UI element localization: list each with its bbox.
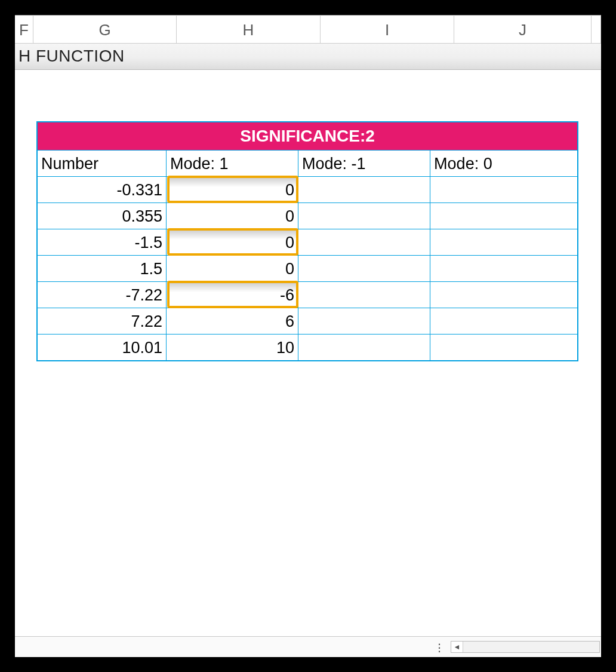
cell-mode-neg1[interactable] bbox=[298, 176, 430, 202]
cell-number[interactable]: 10.01 bbox=[38, 334, 167, 360]
col-header-mode0[interactable]: Mode: 0 bbox=[430, 150, 577, 176]
table-row: -1.5 0 bbox=[38, 229, 577, 255]
split-handle-icon[interactable]: ··· bbox=[435, 642, 443, 652]
cell-mode1[interactable]: 0 bbox=[167, 255, 298, 281]
cell-mode1[interactable]: 0 bbox=[167, 229, 298, 255]
cell-mode0[interactable] bbox=[430, 255, 577, 281]
column-header-I[interactable]: I bbox=[321, 15, 454, 44]
column-header-J[interactable]: J bbox=[454, 15, 592, 44]
column-header-F[interactable]: F bbox=[15, 15, 33, 44]
significance-table: SIGNIFICANCE:2 Number Mode: 1 Mode: -1 M… bbox=[36, 121, 578, 361]
cell-number[interactable]: -1.5 bbox=[38, 229, 167, 255]
cell-number[interactable]: 0.355 bbox=[38, 202, 167, 229]
column-header-G[interactable]: G bbox=[33, 15, 177, 44]
cell-mode-neg1[interactable] bbox=[298, 255, 430, 281]
col-header-mode1[interactable]: Mode: 1 bbox=[167, 150, 298, 176]
col-header-number[interactable]: Number bbox=[38, 150, 167, 176]
horizontal-scrollbar[interactable]: ◄ bbox=[451, 641, 600, 653]
cell-mode0[interactable] bbox=[430, 202, 577, 229]
cell-mode-neg1[interactable] bbox=[298, 281, 430, 308]
cell-mode0[interactable] bbox=[430, 308, 577, 334]
scroll-left-arrow-icon[interactable]: ◄ bbox=[451, 642, 463, 652]
column-header-row: F G H I J bbox=[15, 15, 601, 44]
cell-mode1[interactable]: 0 bbox=[167, 202, 298, 229]
section-title: H FUNCTION bbox=[15, 44, 601, 70]
cell-number[interactable]: 7.22 bbox=[38, 308, 167, 334]
spreadsheet-viewport: F G H I J H FUNCTION SIGNIFICANCE:2 Numb… bbox=[15, 15, 601, 657]
col-header-mode-neg1[interactable]: Mode: -1 bbox=[298, 150, 430, 176]
cell-mode-neg1[interactable] bbox=[298, 334, 430, 360]
cell-mode0[interactable] bbox=[430, 229, 577, 255]
cell-number[interactable]: -7.22 bbox=[38, 281, 167, 308]
cell-mode0[interactable] bbox=[430, 334, 577, 360]
column-header-edge bbox=[592, 15, 601, 44]
table-row: 7.22 6 bbox=[38, 308, 577, 334]
cell-mode0[interactable] bbox=[430, 281, 577, 308]
cell-mode0[interactable] bbox=[430, 176, 577, 202]
table-row: 10.01 10 bbox=[38, 334, 577, 360]
status-bar: ··· ◄ bbox=[15, 636, 601, 657]
cell-number[interactable]: -0.331 bbox=[38, 176, 167, 202]
table-title: SIGNIFICANCE:2 bbox=[38, 122, 577, 150]
table-row: 1.5 0 bbox=[38, 255, 577, 281]
column-header-H[interactable]: H bbox=[177, 15, 321, 44]
table-header-row: Number Mode: 1 Mode: -1 Mode: 0 bbox=[38, 150, 577, 176]
table-row: -0.331 0 bbox=[38, 176, 577, 202]
table-row: 0.355 0 bbox=[38, 202, 577, 229]
cell-mode-neg1[interactable] bbox=[298, 308, 430, 334]
table-row: -7.22 -6 bbox=[38, 281, 577, 308]
cell-mode1[interactable]: 0 bbox=[167, 176, 298, 202]
cell-mode-neg1[interactable] bbox=[298, 202, 430, 229]
cell-number[interactable]: 1.5 bbox=[38, 255, 167, 281]
cell-mode1[interactable]: -6 bbox=[167, 281, 298, 308]
cell-mode1[interactable]: 6 bbox=[167, 308, 298, 334]
sheet-body[interactable]: SIGNIFICANCE:2 Number Mode: 1 Mode: -1 M… bbox=[15, 70, 601, 636]
cell-mode-neg1[interactable] bbox=[298, 229, 430, 255]
cell-mode1[interactable]: 10 bbox=[167, 334, 298, 360]
